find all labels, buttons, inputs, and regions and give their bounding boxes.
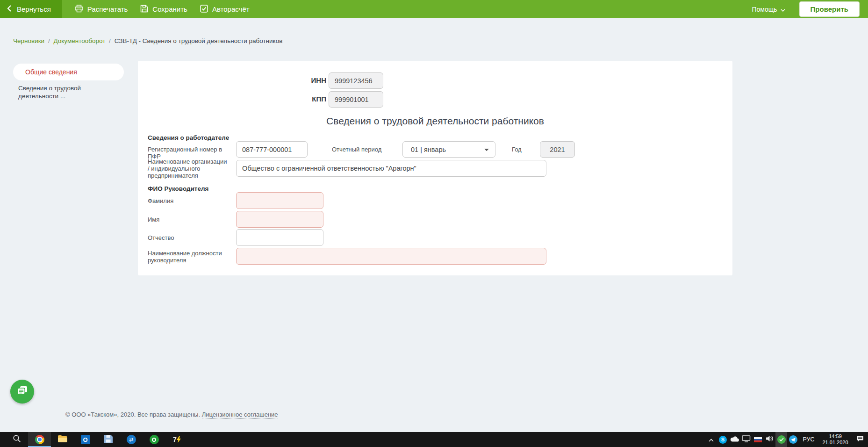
print-button-label: Распечатать	[87, 5, 128, 13]
telegram-icon	[789, 435, 797, 444]
save-button[interactable]: Сохранить	[140, 5, 187, 14]
position-label: Наименование должности руководителя	[148, 250, 227, 264]
chrome-icon	[35, 435, 44, 444]
save-icon	[140, 5, 148, 14]
tray-volume-button[interactable]	[764, 432, 775, 447]
folder-icon	[57, 435, 67, 445]
breadcrumb-separator: /	[107, 37, 113, 44]
taskbar-time: 14:59	[818, 433, 852, 440]
chat-pages-icon	[16, 385, 29, 398]
license-agreement-link[interactable]: Лицензионное соглашение	[202, 411, 278, 418]
speaker-icon	[766, 435, 774, 444]
printer-icon	[75, 5, 83, 14]
report-period-value: 01 | январь	[411, 146, 446, 153]
taskbar-search-button[interactable]	[5, 432, 28, 447]
breadcrumb: Черновики / Документооборот / СЗВ-ТД - С…	[13, 37, 282, 44]
sidebar-item-work-activity[interactable]: Сведения о трудовой деятельности ...	[18, 84, 95, 100]
org-name-label: Наименование организации / индивидуально…	[148, 158, 227, 179]
last-name-label: Фамилия	[148, 197, 173, 204]
autocalc-button-label: Авторасчёт	[212, 5, 250, 13]
select-caret-icon	[484, 149, 489, 151]
year-label: Год	[512, 146, 522, 153]
org-name-field[interactable]	[236, 160, 546, 177]
tray-network-display-button[interactable]	[740, 432, 752, 447]
taskbar-lightning-app-button[interactable]: 7	[165, 432, 188, 447]
cloud-icon	[730, 435, 739, 444]
form-card: ИНН КПП Сведения о трудовой деятельности…	[138, 61, 732, 275]
breadcrumb-current: СЗВ-ТД - Сведения о трудовой деятельност…	[115, 37, 283, 44]
chevron-left-icon	[7, 5, 12, 14]
sidebar-item-general[interactable]: Общие сведения	[13, 64, 124, 80]
skype-icon: S	[719, 436, 727, 444]
windows-taskbar: O ⇄ 7 S	[0, 432, 868, 447]
action-center-button[interactable]	[852, 432, 868, 447]
top-toolbar: Вернуться Распечатать Сохранить Авторасч…	[0, 0, 868, 18]
chevron-up-icon	[709, 435, 714, 444]
print-button[interactable]: Распечатать	[75, 5, 128, 14]
tray-check-app-button[interactable]	[775, 432, 787, 447]
tray-language-flag-button[interactable]	[752, 432, 764, 447]
taskbar-green-app-button[interactable]	[143, 432, 165, 447]
last-name-field[interactable]	[236, 192, 323, 209]
sidebar-item-general-label: Общие сведения	[25, 68, 77, 76]
checkbox-icon	[200, 5, 208, 14]
taskbar-file-explorer-button[interactable]	[51, 432, 74, 447]
first-name-label: Имя	[148, 216, 159, 223]
footer: © ООО «Такском», 2020. Все права защищен…	[65, 411, 278, 418]
save-button-label: Сохранить	[152, 5, 187, 13]
copyright-text: © ООО «Такском», 2020. Все права защищен…	[65, 411, 200, 418]
check-button[interactable]: Проверить	[799, 1, 860, 17]
outlook-icon: O	[81, 435, 90, 444]
chat-fab-button[interactable]	[10, 380, 34, 404]
kpp-label: КПП	[138, 95, 326, 103]
breadcrumb-separator: /	[46, 37, 52, 44]
kpp-field	[329, 91, 383, 108]
back-button[interactable]: Вернуться	[0, 0, 62, 18]
search-icon	[13, 434, 21, 445]
back-button-label: Вернуться	[17, 5, 51, 13]
language-indicator[interactable]: РУС	[799, 436, 818, 443]
inn-label: ИНН	[138, 76, 326, 84]
green-app-icon	[150, 435, 159, 444]
help-menu-label: Помощь	[752, 6, 777, 13]
action-center-icon	[856, 435, 864, 444]
first-name-field[interactable]	[236, 211, 323, 228]
employer-section-title: Сведения о работодателе	[148, 134, 229, 141]
sidebar-item-work-activity-label: Сведения о трудовой деятельности ...	[18, 85, 81, 100]
help-menu[interactable]: Помощь	[752, 6, 785, 13]
taskbar-outlook-button[interactable]: O	[74, 432, 97, 447]
breadcrumb-drafts-link[interactable]: Черновики	[13, 37, 44, 44]
tray-chevron-up-button[interactable]	[705, 432, 717, 447]
taskbar-sync-app-button[interactable]: ⇄	[120, 432, 143, 447]
autocalc-button[interactable]: Авторасчёт	[200, 5, 250, 14]
inn-field	[329, 72, 383, 89]
display-network-icon	[742, 435, 751, 444]
position-field[interactable]	[236, 248, 546, 265]
reg-number-field[interactable]	[236, 141, 308, 158]
floppy-disk-icon	[104, 434, 113, 445]
taskbar-chrome-button[interactable]	[28, 432, 51, 447]
taskbar-clock[interactable]: 14:59 21.01.2020	[818, 433, 852, 446]
taskbar-date: 21.01.2020	[818, 440, 852, 446]
app-lightning-icon: 7	[173, 436, 181, 443]
chevron-down-icon	[781, 6, 785, 13]
taskbar-floppy-app-button[interactable]	[97, 432, 120, 447]
report-period-select[interactable]: 01 | январь	[402, 141, 495, 158]
year-field	[540, 141, 575, 158]
tray-onedrive-button[interactable]	[729, 432, 740, 447]
sync-arrows-icon: ⇄	[127, 435, 136, 444]
middle-name-field[interactable]	[236, 229, 323, 246]
middle-name-label: Отчество	[148, 234, 174, 241]
tray-telegram-button[interactable]	[787, 432, 799, 447]
tray-skype-button[interactable]: S	[717, 432, 729, 447]
fio-section-title: ФИО Руководителя	[148, 185, 208, 192]
breadcrumb-docflow-link[interactable]: Документооборот	[53, 37, 105, 44]
check-circle-icon	[777, 435, 786, 444]
page-title: Сведения о трудовой деятельности работни…	[138, 115, 732, 127]
report-period-label: Отчетный период	[332, 146, 381, 153]
russian-flag-icon	[754, 437, 762, 442]
